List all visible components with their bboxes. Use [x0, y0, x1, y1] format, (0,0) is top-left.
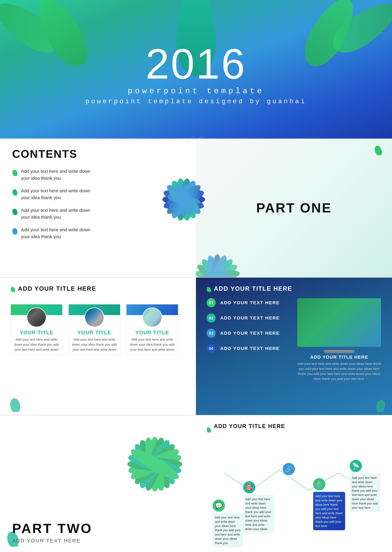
- part-two-content: PART TWO ADD YOUR TEXT HERE: [12, 521, 92, 544]
- icon-node-2: 🎯 Add your text here and write down your…: [243, 481, 273, 533]
- card-1: YOUR TITLE Add your text here and write …: [11, 304, 63, 355]
- card-avatar-1: [27, 307, 46, 327]
- slide4-right-title-bar: ADD YOUR TITLE HERE: [207, 423, 381, 436]
- year-number: 2016: [85, 42, 307, 85]
- num-text-2: ADD YOUR TEXT HERE: [220, 315, 280, 320]
- svg-point-77: [375, 399, 386, 412]
- numbered-list: 01 ADD YOUR TEXT HERE 02 ADD YOUR TEXT H…: [207, 298, 291, 381]
- card-title-2: YOUR TITLE: [69, 330, 120, 335]
- gear-icon: ⚙️: [313, 478, 325, 490]
- laptop-title: ADD YOUR TITLE HERE: [297, 354, 381, 360]
- num-text-3: ADD YOUR TEXT HERE: [220, 331, 280, 336]
- num-circle-4: 04: [207, 344, 216, 353]
- title-leaf-icon-right: [207, 285, 211, 292]
- leaf-icon-3: [12, 207, 18, 215]
- num-text-4: ADD YOUR TEXT HERE: [220, 346, 280, 351]
- slide2-contents: CONTENTS Add your text here and write do…: [0, 139, 392, 277]
- card-body-1: Add your text here and write down your i…: [11, 337, 62, 352]
- laptop-body: Add your text here and write down your i…: [297, 361, 381, 381]
- icon-node-4: ⚙️ Add your text here and write down you…: [313, 478, 345, 530]
- card-2: YOUR TITLE Add your text here and write …: [69, 304, 120, 355]
- laptop-section: ADD YOUR TITLE HERE Add your text here a…: [297, 298, 381, 381]
- num-text-1: ADD YOUR TEXT HERE: [220, 300, 280, 305]
- part-one-panel: PART ONE: [196, 139, 392, 277]
- leaf-icon-1: [12, 168, 18, 176]
- subtitle1: powerpoint template: [85, 87, 307, 96]
- laptop-screen: [297, 298, 381, 347]
- card-title-1: YOUR TITLE: [11, 330, 62, 335]
- slide4-left-panel: PART TWO ADD YOUR TEXT HERE: [0, 415, 196, 552]
- card-avatar-3: [142, 307, 162, 327]
- slide3-right-panel: ADD YOUR TITLE HERE 01 ADD YOUR TEXT HER…: [196, 278, 392, 415]
- svg-point-94: [207, 427, 211, 432]
- leaf-icon-2: [12, 188, 18, 196]
- contents-text-3: Add your text here and write downyour id…: [21, 207, 90, 220]
- contents-panel: CONTENTS Add your text here and write do…: [0, 139, 196, 277]
- svg-point-54: [179, 183, 188, 216]
- svg-point-76: [207, 286, 211, 292]
- bubble-text-2: Add your text here and write down your i…: [243, 495, 273, 533]
- card-3: YOUR TITLE Add your text here and write …: [126, 304, 178, 355]
- part-two-sublabel: ADD YOUR TEXT HERE: [12, 538, 92, 544]
- slide3-right-title-bar: ADD YOUR TITLE HERE: [207, 285, 381, 292]
- num-circle-3: 03: [207, 329, 216, 338]
- svg-point-27: [12, 208, 18, 215]
- title-leaf-icon: [11, 285, 15, 292]
- slide3-right-content: 01 ADD YOUR TEXT HERE 02 ADD YOUR TEXT H…: [207, 298, 381, 381]
- card-body-2: Add your text here and write down your i…: [69, 337, 120, 352]
- num-item-2: 02 ADD YOUR TEXT HERE: [207, 313, 291, 323]
- contents-text-2: Add your text here and write downyour id…: [21, 187, 90, 201]
- svg-point-25: [12, 169, 18, 176]
- small-leaf-icon: [374, 143, 383, 155]
- icon-node-3: 🔗: [283, 463, 295, 475]
- part-two-label: PART TWO: [12, 521, 92, 536]
- flower-decoration-slide4: [102, 415, 196, 513]
- slide4-right-title: ADD YOUR TITLE HERE: [214, 423, 285, 429]
- laptop-stand: [324, 350, 354, 353]
- num-item-4: 04 ADD YOUR TEXT HERE: [207, 344, 291, 353]
- slide3-left-title-bar: ADD YOUR TITLE HERE: [11, 285, 185, 292]
- slide1-title: 2016 powerpoint template powerpoint temp…: [0, 0, 392, 139]
- slide3-left-title: ADD YOUR TITLE HERE: [18, 285, 96, 292]
- chat-icon: 💬: [213, 499, 225, 512]
- leaf-icon-4: [12, 227, 18, 234]
- slide3-left-panel: ADD YOUR TITLE HERE YOUR TITLE Add your …: [0, 278, 196, 415]
- num-circle-2: 02: [207, 313, 216, 323]
- bubble-text-4: Add your text here and write down your i…: [313, 492, 345, 530]
- card-title-3: YOUR TITLE: [126, 330, 178, 335]
- icon-flow-diagram: 💬 Add your text here and write down your…: [207, 442, 381, 545]
- num-item-1: 01 ADD YOUR TEXT HERE: [207, 298, 291, 307]
- contents-text-1: Add your text here and write downyour id…: [21, 168, 90, 182]
- slide3: ADD YOUR TITLE HERE YOUR TITLE Add your …: [0, 277, 392, 415]
- svg-point-55: [374, 145, 383, 155]
- subtitle2: powerpoint template designed by guanhai: [85, 98, 307, 105]
- title-leaf-icon-slide4: [207, 426, 211, 432]
- flower-decoration-slide2: [138, 146, 214, 238]
- part-one-label: PART ONE: [256, 200, 332, 216]
- slide4-right-panel: ADD YOUR TITLE HERE 💬 Add your text here…: [196, 415, 392, 552]
- icon-node-1: 💬 Add your text here and write down your…: [213, 499, 243, 547]
- bubble-text-5: Add your text here and write down your i…: [350, 474, 380, 512]
- svg-point-75: [9, 397, 21, 412]
- card-body-3: Add your text here and write down your i…: [126, 337, 178, 352]
- icon-node-5: 📡 Add your text here and write down your…: [350, 460, 380, 512]
- target-icon: 🎯: [243, 481, 255, 493]
- corner-leaf-right: [375, 397, 386, 412]
- svg-point-26: [12, 189, 18, 196]
- cards-container: YOUR TITLE Add your text here and write …: [11, 304, 185, 355]
- bubble-text-1: Add your text here and write down your i…: [213, 513, 243, 547]
- svg-point-28: [12, 228, 18, 234]
- laptop-image: [297, 298, 381, 347]
- num-circle-1: 01: [207, 298, 216, 307]
- svg-point-74: [11, 286, 15, 292]
- contents-text-4: Add your text here and write downyour id…: [21, 226, 90, 240]
- slide3-right-title: ADD YOUR TITLE HERE: [214, 285, 292, 292]
- slide4: PART TWO ADD YOUR TEXT HERE ADD YOUR TIT…: [0, 415, 392, 552]
- share-icon: 🔗: [283, 463, 295, 475]
- slide1-content: 2016 powerpoint template powerpoint temp…: [85, 42, 307, 105]
- social-icon: 📡: [350, 460, 362, 472]
- corner-leaf-icon: [9, 395, 21, 412]
- num-item-3: 03 ADD YOUR TEXT HERE: [207, 329, 291, 338]
- card-avatar-2: [84, 307, 104, 327]
